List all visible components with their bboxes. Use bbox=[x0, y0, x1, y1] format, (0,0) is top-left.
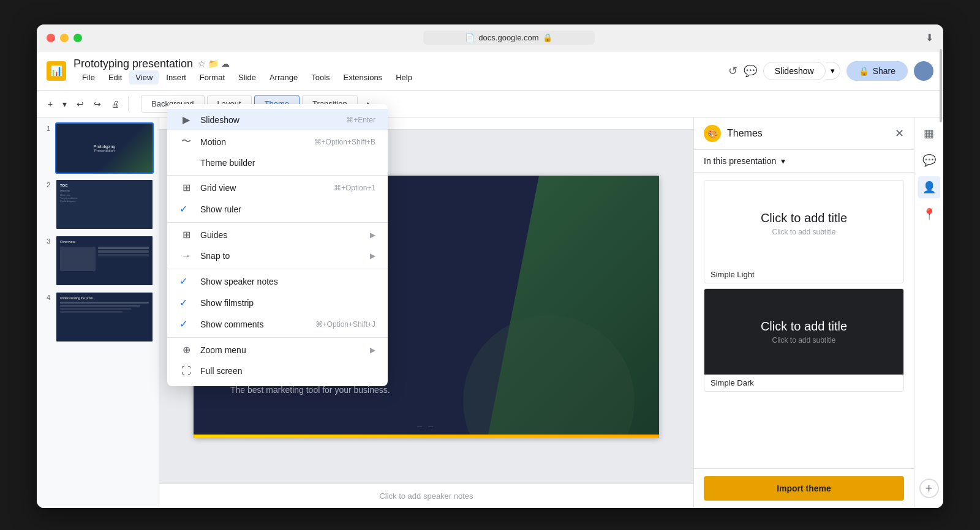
view-menu-grid[interactable]: ⊞ Grid view ⌘+Option+1 bbox=[167, 177, 388, 198]
speaker-notes-menu-label: Show speaker notes bbox=[200, 277, 368, 286]
grid-menu-shortcut: ⌘+Option+1 bbox=[334, 184, 375, 192]
grid-menu-label: Grid view bbox=[200, 183, 326, 193]
view-menu-slideshow[interactable]: ▶ Slideshow ⌘+Enter bbox=[167, 109, 388, 130]
ruler-menu-label: Show ruler bbox=[200, 204, 368, 214]
menu-section-5: ⊕ Zoom menu ▶ ⛶ Full screen bbox=[167, 337, 388, 383]
view-menu-motion[interactable]: 〜 Motion ⌘+Option+Shift+B bbox=[167, 130, 388, 153]
view-menu-zoom[interactable]: ⊕ Zoom menu ▶ bbox=[167, 339, 388, 360]
fullscreen-menu-label: Full screen bbox=[200, 366, 368, 376]
comments-shortcut: ⌘+Option+Shift+J bbox=[315, 320, 375, 329]
menu-section-1: ▶ Slideshow ⌘+Enter 〜 Motion ⌘+Option+Sh… bbox=[167, 108, 388, 174]
slideshow-menu-label: Slideshow bbox=[200, 115, 339, 125]
slideshow-menu-icon: ▶ bbox=[179, 114, 193, 125]
motion-menu-shortcut: ⌘+Option+Shift+B bbox=[314, 138, 375, 146]
view-menu-theme-builder[interactable]: Theme builder bbox=[167, 153, 388, 173]
snap-menu-icon: → bbox=[179, 250, 193, 261]
zoom-menu-label: Zoom menu bbox=[200, 345, 363, 355]
dropdown-overlay[interactable]: ▶ Slideshow ⌘+Enter 〜 Motion ⌘+Option+Sh… bbox=[37, 24, 943, 508]
view-menu-ruler[interactable]: ✓ Show ruler bbox=[167, 198, 388, 220]
view-menu-dropdown: ▶ Slideshow ⌘+Enter 〜 Motion ⌘+Option+Sh… bbox=[167, 104, 388, 386]
view-menu-speaker-notes[interactable]: ✓ Show speaker notes bbox=[167, 271, 388, 292]
comments-menu-label: Show comments bbox=[200, 319, 308, 329]
snap-menu-arrow: ▶ bbox=[370, 252, 375, 260]
slideshow-menu-shortcut: ⌘+Enter bbox=[346, 116, 375, 124]
grid-menu-icon: ⊞ bbox=[179, 182, 193, 193]
filmstrip-checkmark: ✓ bbox=[179, 297, 193, 308]
guides-menu-icon: ⊞ bbox=[179, 229, 193, 241]
view-menu-comments[interactable]: ✓ Show comments ⌘+Option+Shift+J bbox=[167, 313, 388, 335]
snap-menu-label: Snap to bbox=[200, 251, 363, 261]
zoom-menu-arrow: ▶ bbox=[370, 346, 375, 354]
ruler-checkmark: ✓ bbox=[179, 203, 193, 215]
filmstrip-menu-label: Show filmstrip bbox=[200, 298, 368, 308]
menu-section-4: ✓ Show speaker notes ✓ Show filmstrip ✓ … bbox=[167, 269, 388, 336]
view-menu-filmstrip[interactable]: ✓ Show filmstrip bbox=[167, 292, 388, 313]
theme-builder-menu-label: Theme builder bbox=[200, 158, 368, 168]
view-menu-fullscreen[interactable]: ⛶ Full screen bbox=[167, 360, 388, 381]
view-menu-snap[interactable]: → Snap to ▶ bbox=[167, 245, 388, 266]
guides-menu-label: Guides bbox=[200, 230, 363, 240]
view-menu-guides[interactable]: ⊞ Guides ▶ bbox=[167, 224, 388, 245]
menu-section-3: ⊞ Guides ▶ → Snap to ▶ bbox=[167, 222, 388, 267]
zoom-menu-icon: ⊕ bbox=[179, 344, 193, 356]
comments-checkmark: ✓ bbox=[179, 318, 193, 330]
guides-menu-arrow: ▶ bbox=[370, 231, 375, 239]
motion-menu-label: Motion bbox=[200, 137, 307, 147]
menu-section-2: ⊞ Grid view ⌘+Option+1 ✓ Show ruler bbox=[167, 175, 388, 221]
motion-menu-icon: 〜 bbox=[179, 135, 193, 148]
fullscreen-menu-icon: ⛶ bbox=[179, 365, 193, 376]
speaker-notes-checkmark: ✓ bbox=[179, 275, 193, 287]
